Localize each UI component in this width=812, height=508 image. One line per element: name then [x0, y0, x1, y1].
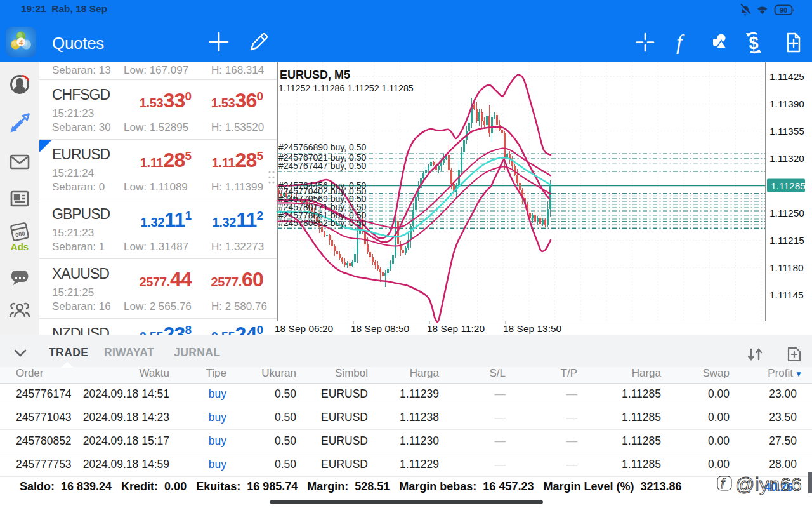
svg-text:#245767447 buy, 0.50: #245767447 buy, 0.50	[278, 161, 367, 171]
svg-text:1.11145: 1.11145	[769, 290, 804, 300]
svg-text:1.11355: 1.11355	[769, 126, 804, 137]
svg-text:90: 90	[780, 6, 787, 14]
svg-text:1.11180: 1.11180	[769, 262, 804, 273]
svg-text:18 Sep 13:50: 18 Sep 13:50	[503, 323, 562, 334]
svg-text:1.11425: 1.11425	[769, 71, 804, 82]
svg-text:EURUSD, M5: EURUSD, M5	[280, 69, 350, 81]
svg-text:@iyn66: @iyn66	[735, 474, 802, 495]
svg-text:#245766890 buy, 0.50: #245766890 buy, 0.50	[278, 142, 367, 152]
svg-text:Ads: Ads	[11, 241, 29, 252]
svg-text:4: 4	[19, 38, 23, 47]
svg-text:1.11390: 1.11390	[769, 98, 804, 109]
svg-text:18 Sep 11:20: 18 Sep 11:20	[427, 323, 485, 334]
svg-text:1.11215: 1.11215	[769, 235, 804, 246]
svg-text:18 Sep 06:20: 18 Sep 06:20	[275, 323, 334, 334]
svg-text:f: f	[721, 476, 726, 491]
svg-text:f: f	[676, 30, 685, 54]
svg-text:18 Sep 08:50: 18 Sep 08:50	[351, 323, 410, 334]
svg-text:1.11252 1.11286 1.11252 1.1128: 1.11252 1.11286 1.11252 1.11285	[278, 83, 414, 93]
svg-text:#245780852 buy, 0.50: #245780852 buy, 0.50	[278, 218, 367, 228]
svg-text:$: $	[749, 34, 758, 53]
svg-text:1.11285: 1.11285	[771, 180, 806, 191]
svg-text:1.11320: 1.11320	[769, 153, 804, 164]
svg-text:1.11250: 1.11250	[769, 208, 804, 218]
